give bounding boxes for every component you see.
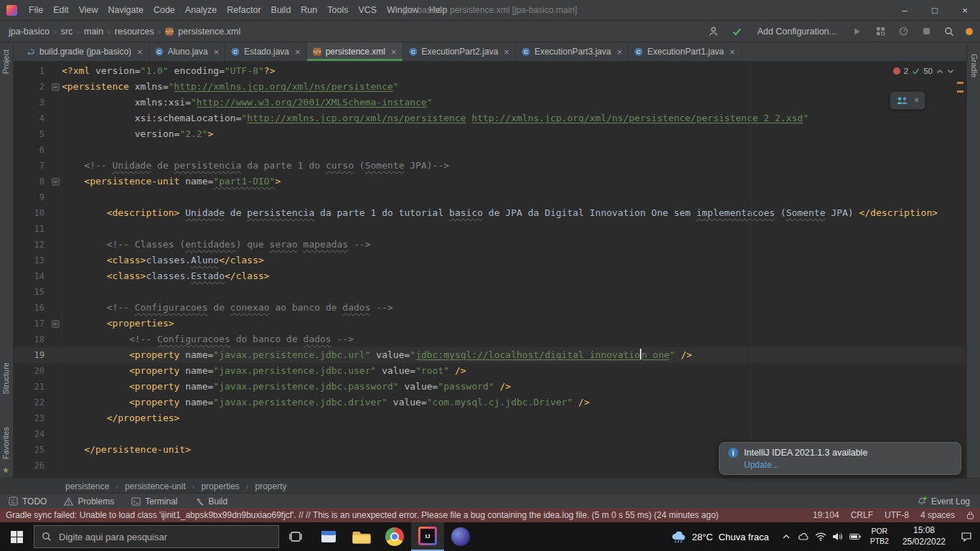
close-icon[interactable]: × <box>914 95 919 105</box>
action-center-button[interactable] <box>953 522 980 551</box>
tab-executionpart1-java[interactable]: CExecutionPart1.java× <box>628 42 741 61</box>
fold-icon[interactable]: − <box>52 178 60 186</box>
close-button[interactable]: × <box>950 0 980 20</box>
code-line-6[interactable]: 6 <box>13 142 967 158</box>
menu-vcs[interactable]: VCS <box>353 0 382 20</box>
update-link[interactable]: Update... <box>744 460 779 470</box>
tab-executionpart3-java[interactable]: CExecutionPart3.java× <box>516 42 628 61</box>
code-line-20[interactable]: 20 <property name="javax.persistence.jdb… <box>13 363 967 379</box>
xml-breadcrumb-properties[interactable]: properties <box>200 481 240 491</box>
breadcrumb-jpa-basico[interactable]: jpa-basico <box>9 27 50 37</box>
fold-icon[interactable]: − <box>52 320 60 328</box>
taskbar-app-window[interactable] <box>312 522 345 551</box>
battery-icon[interactable] <box>847 522 864 551</box>
sidebar-item-structure[interactable]: Structure <box>1 362 10 395</box>
line-number[interactable]: 1 <box>13 63 49 79</box>
code-line-1[interactable]: 1<?xml version="1.0" encoding="UTF-8"?> <box>13 63 967 79</box>
line-number[interactable]: 3 <box>13 95 49 110</box>
code-line-12[interactable]: 12 <!-- Classes (entidades) que serao ma… <box>13 237 967 253</box>
menu-build[interactable]: Build <box>266 0 296 20</box>
line-number[interactable]: 9 <box>13 189 49 205</box>
sidebar-item-favorites[interactable]: Favorites <box>1 427 10 459</box>
taskbar-intellij[interactable]: IJ <box>411 522 444 551</box>
readonly-lock-icon[interactable] <box>966 511 974 519</box>
task-view-button[interactable] <box>279 522 312 551</box>
line-number[interactable]: 16 <box>13 300 49 316</box>
taskbar-app-circle[interactable] <box>444 522 477 551</box>
code-line-9[interactable]: 9 <box>13 189 967 205</box>
menu-tools[interactable]: Tools <box>322 0 353 20</box>
profiler-button[interactable] <box>897 25 910 38</box>
stop-button[interactable] <box>920 25 933 38</box>
taskbar-chrome[interactable] <box>378 522 411 551</box>
inspections-widget[interactable]: 2 50 <box>890 65 957 77</box>
line-number[interactable]: 26 <box>13 458 49 474</box>
menu-view[interactable]: View <box>74 0 103 20</box>
tab-persistence-xml[interactable]: </>persistence.xml× <box>307 42 403 61</box>
code-line-22[interactable]: 22 <property name="javax.persistence.jdb… <box>13 395 967 410</box>
line-number[interactable]: 8 <box>13 174 49 189</box>
taskbar-search[interactable] <box>34 525 279 548</box>
maximize-button[interactable]: □ <box>920 0 950 20</box>
sidebar-item-project[interactable]: Project <box>1 50 10 74</box>
tool-window-todo[interactable]: TODO <box>9 496 47 507</box>
tab-close-icon[interactable]: × <box>391 47 397 57</box>
start-button[interactable] <box>0 522 33 551</box>
tool-window-event-log[interactable]: Event Log <box>918 496 980 507</box>
tab-executionpart2-java[interactable]: CExecutionPart2.java× <box>403 42 516 61</box>
code-line-19[interactable]: 19 <property name="javax.persistence.jdb… <box>13 347 967 363</box>
code-line-24[interactable]: 24 <box>13 426 967 442</box>
next-problem-chevron-icon[interactable] <box>947 69 954 74</box>
wifi-icon[interactable] <box>812 522 829 551</box>
gradle-sync-error-message[interactable]: Gradle sync failed: Unable to load class… <box>6 510 806 520</box>
taskbar-clock[interactable]: 15:08 25/02/2022 <box>895 525 953 547</box>
line-number[interactable]: 10 <box>13 205 49 221</box>
code-line-13[interactable]: 13 <class>classes.Aluno</class> <box>13 253 967 268</box>
menu-refactor[interactable]: Refactor <box>222 0 265 20</box>
xml-breadcrumb-persistence[interactable]: persistence <box>65 481 110 491</box>
code-line-3[interactable]: 3 xmlns:xsi="http://www.w3.org/2001/XMLS… <box>13 95 967 110</box>
code-line-11[interactable]: 11 <box>13 221 967 237</box>
tool-window-terminal[interactable]: Terminal <box>131 496 177 507</box>
line-number[interactable]: 20 <box>13 363 49 379</box>
hidden-icons-chevron[interactable] <box>778 522 795 551</box>
menu-analyze[interactable]: Analyze <box>180 0 222 20</box>
line-number[interactable]: 12 <box>13 237 49 253</box>
line-number[interactable]: 13 <box>13 253 49 268</box>
tab-aluno-java[interactable]: CAluno.java× <box>149 42 226 61</box>
tab-close-icon[interactable]: × <box>214 47 220 57</box>
menu-window[interactable]: Window <box>382 0 423 20</box>
line-number[interactable]: 22 <box>13 395 49 410</box>
xml-breadcrumb-property[interactable]: property <box>254 481 287 491</box>
line-number[interactable]: 24 <box>13 426 49 442</box>
code-line-23[interactable]: 23 </properties> <box>13 410 967 426</box>
search-everywhere-button[interactable] <box>943 25 956 38</box>
tool-window-build[interactable]: Build <box>195 496 228 507</box>
prev-problem-chevron-icon[interactable] <box>936 69 943 74</box>
menu-file[interactable]: File <box>24 0 48 20</box>
tab-close-icon[interactable]: × <box>137 47 143 57</box>
code-line-7[interactable]: 7 <!-- Unidade de persistencia da parte … <box>13 158 967 174</box>
code-editor[interactable]: 1<?xml version="1.0" encoding="UTF-8"?>2… <box>13 62 967 478</box>
build-status-check-icon[interactable] <box>730 25 743 38</box>
menu-edit[interactable]: Edit <box>48 0 74 20</box>
tab-close-icon[interactable]: × <box>295 47 301 57</box>
code-line-4[interactable]: 4 xsi:schemaLocation="http://xmlns.jcp.o… <box>13 110 967 126</box>
code-line-16[interactable]: 16 <!-- Configuracoes de conexao ao banc… <box>13 300 967 316</box>
line-number[interactable]: 4 <box>13 110 49 126</box>
code-line-5[interactable]: 5 version="2.2"> <box>13 126 967 142</box>
indent-style[interactable]: 4 spaces <box>920 510 955 520</box>
search-input[interactable] <box>57 531 278 543</box>
code-line-8[interactable]: 8− <persistence-unit name="part1-DIO"> <box>13 174 967 189</box>
menu-run[interactable]: Run <box>296 0 322 20</box>
breadcrumb-src[interactable]: src <box>61 27 73 37</box>
code-line-17[interactable]: 17− <properties> <box>13 316 967 331</box>
tab-close-icon[interactable]: × <box>730 47 735 57</box>
user-avatar-icon[interactable] <box>707 25 720 38</box>
code-line-18[interactable]: 18 <!-- Configuracoes do banco de dados … <box>13 331 967 347</box>
code-line-21[interactable]: 21 <property name="javax.persistence.jdb… <box>13 379 967 395</box>
weather-widget[interactable]: 28°C Chuva fraca <box>662 530 778 543</box>
error-stripe-mark[interactable] <box>957 82 963 84</box>
line-number[interactable]: 14 <box>13 268 49 284</box>
line-number[interactable]: 17 <box>13 316 49 331</box>
